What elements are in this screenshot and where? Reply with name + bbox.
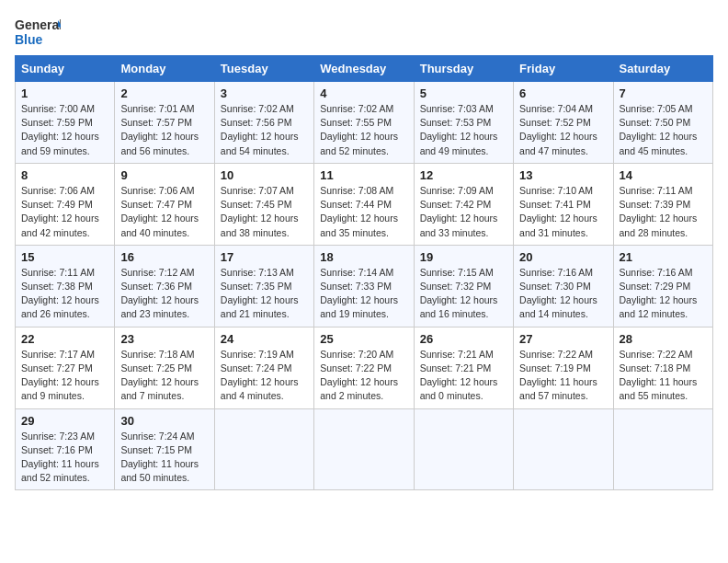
svg-text:Blue: Blue (15, 32, 43, 47)
calendar-cell: 12Sunrise: 7:09 AMSunset: 7:42 PMDayligh… (414, 163, 513, 245)
weekday-header-sunday: Sunday (16, 56, 115, 82)
day-number: 28 (620, 332, 707, 346)
day-number: 30 (120, 414, 208, 428)
day-number: 8 (21, 168, 108, 182)
page-header: General Blue (15, 15, 713, 48)
day-info: Sunrise: 7:12 AMSunset: 7:36 PMDaylight:… (120, 266, 208, 322)
day-info: Sunrise: 7:00 AMSunset: 7:59 PMDaylight:… (21, 102, 108, 158)
day-info: Sunrise: 7:16 AMSunset: 7:30 PMDaylight:… (519, 266, 607, 322)
weekday-header-thursday: Thursday (414, 56, 513, 82)
day-info: Sunrise: 7:03 AMSunset: 7:53 PMDaylight:… (420, 102, 507, 158)
calendar-cell: 29Sunrise: 7:23 AMSunset: 7:16 PMDayligh… (16, 408, 115, 490)
day-number: 21 (620, 250, 707, 264)
day-number: 19 (420, 250, 507, 264)
day-info: Sunrise: 7:02 AMSunset: 7:56 PMDaylight:… (221, 102, 308, 158)
day-number: 5 (420, 86, 507, 100)
calendar-cell: 26Sunrise: 7:21 AMSunset: 7:21 PMDayligh… (414, 327, 513, 408)
calendar-cell: 4Sunrise: 7:02 AMSunset: 7:55 PMDaylight… (314, 82, 414, 164)
day-info: Sunrise: 7:19 AMSunset: 7:24 PMDaylight:… (221, 348, 308, 404)
day-info: Sunrise: 7:20 AMSunset: 7:22 PMDaylight:… (320, 348, 407, 404)
calendar-cell: 21Sunrise: 7:16 AMSunset: 7:29 PMDayligh… (613, 245, 712, 327)
day-number: 6 (519, 86, 607, 100)
day-info: Sunrise: 7:15 AMSunset: 7:32 PMDaylight:… (420, 266, 507, 322)
day-info: Sunrise: 7:06 AMSunset: 7:47 PMDaylight:… (120, 184, 208, 240)
calendar-cell: 25Sunrise: 7:20 AMSunset: 7:22 PMDayligh… (314, 327, 414, 408)
calendar-cell: 3Sunrise: 7:02 AMSunset: 7:56 PMDaylight… (214, 82, 313, 164)
logo-icon: General Blue (15, 15, 61, 48)
day-info: Sunrise: 7:10 AMSunset: 7:41 PMDaylight:… (519, 184, 607, 240)
day-number: 14 (620, 168, 707, 182)
day-info: Sunrise: 7:05 AMSunset: 7:50 PMDaylight:… (620, 102, 707, 158)
weekday-header-wednesday: Wednesday (314, 56, 414, 82)
calendar-cell: 22Sunrise: 7:17 AMSunset: 7:27 PMDayligh… (16, 327, 115, 408)
calendar-cell: 5Sunrise: 7:03 AMSunset: 7:53 PMDaylight… (414, 82, 513, 164)
calendar-cell: 10Sunrise: 7:07 AMSunset: 7:45 PMDayligh… (214, 163, 313, 245)
day-info: Sunrise: 7:01 AMSunset: 7:57 PMDaylight:… (120, 102, 208, 158)
day-number: 23 (120, 332, 208, 346)
weekday-header-tuesday: Tuesday (214, 56, 313, 82)
calendar-cell (613, 408, 712, 490)
weekday-header-friday: Friday (514, 56, 613, 82)
calendar-cell: 27Sunrise: 7:22 AMSunset: 7:19 PMDayligh… (514, 327, 613, 408)
day-number: 18 (320, 250, 407, 264)
day-number: 9 (120, 168, 208, 182)
day-number: 27 (519, 332, 607, 346)
svg-text:General: General (15, 17, 61, 32)
calendar-cell (414, 408, 513, 490)
day-info: Sunrise: 7:02 AMSunset: 7:55 PMDaylight:… (320, 102, 407, 158)
day-info: Sunrise: 7:23 AMSunset: 7:16 PMDaylight:… (21, 430, 108, 486)
weekday-header-monday: Monday (115, 56, 214, 82)
calendar-cell: 14Sunrise: 7:11 AMSunset: 7:39 PMDayligh… (613, 163, 712, 245)
day-info: Sunrise: 7:04 AMSunset: 7:52 PMDaylight:… (519, 102, 607, 158)
calendar-cell (314, 408, 414, 490)
weekday-header-saturday: Saturday (613, 56, 712, 82)
calendar-cell: 7Sunrise: 7:05 AMSunset: 7:50 PMDaylight… (613, 82, 712, 164)
day-number: 29 (21, 414, 108, 428)
day-number: 10 (221, 168, 308, 182)
day-number: 11 (320, 168, 407, 182)
day-number: 3 (221, 86, 308, 100)
day-number: 7 (620, 86, 707, 100)
day-info: Sunrise: 7:13 AMSunset: 7:35 PMDaylight:… (221, 266, 308, 322)
day-info: Sunrise: 7:18 AMSunset: 7:25 PMDaylight:… (120, 348, 208, 404)
calendar-cell: 16Sunrise: 7:12 AMSunset: 7:36 PMDayligh… (115, 245, 214, 327)
calendar-cell: 1Sunrise: 7:00 AMSunset: 7:59 PMDaylight… (16, 82, 115, 164)
day-info: Sunrise: 7:22 AMSunset: 7:18 PMDaylight:… (620, 348, 707, 404)
day-number: 26 (420, 332, 507, 346)
day-number: 16 (120, 250, 208, 264)
day-info: Sunrise: 7:17 AMSunset: 7:27 PMDaylight:… (21, 348, 108, 404)
day-number: 4 (320, 86, 407, 100)
day-number: 12 (420, 168, 507, 182)
day-number: 15 (21, 250, 108, 264)
calendar-cell: 13Sunrise: 7:10 AMSunset: 7:41 PMDayligh… (514, 163, 613, 245)
calendar-cell: 17Sunrise: 7:13 AMSunset: 7:35 PMDayligh… (214, 245, 313, 327)
calendar-cell (514, 408, 613, 490)
calendar-cell: 2Sunrise: 7:01 AMSunset: 7:57 PMDaylight… (115, 82, 214, 164)
day-info: Sunrise: 7:07 AMSunset: 7:45 PMDaylight:… (221, 184, 308, 240)
day-info: Sunrise: 7:08 AMSunset: 7:44 PMDaylight:… (320, 184, 407, 240)
day-number: 22 (21, 332, 108, 346)
calendar-table: SundayMondayTuesdayWednesdayThursdayFrid… (15, 55, 713, 490)
day-number: 17 (221, 250, 308, 264)
day-info: Sunrise: 7:21 AMSunset: 7:21 PMDaylight:… (420, 348, 507, 404)
calendar-cell: 9Sunrise: 7:06 AMSunset: 7:47 PMDaylight… (115, 163, 214, 245)
calendar-cell: 6Sunrise: 7:04 AMSunset: 7:52 PMDaylight… (514, 82, 613, 164)
day-info: Sunrise: 7:11 AMSunset: 7:38 PMDaylight:… (21, 266, 108, 322)
day-info: Sunrise: 7:09 AMSunset: 7:42 PMDaylight:… (420, 184, 507, 240)
calendar-cell: 23Sunrise: 7:18 AMSunset: 7:25 PMDayligh… (115, 327, 214, 408)
day-info: Sunrise: 7:11 AMSunset: 7:39 PMDaylight:… (620, 184, 707, 240)
day-info: Sunrise: 7:24 AMSunset: 7:15 PMDaylight:… (120, 430, 208, 486)
day-info: Sunrise: 7:22 AMSunset: 7:19 PMDaylight:… (519, 348, 607, 404)
calendar-cell: 11Sunrise: 7:08 AMSunset: 7:44 PMDayligh… (314, 163, 414, 245)
day-number: 24 (221, 332, 308, 346)
calendar-cell: 28Sunrise: 7:22 AMSunset: 7:18 PMDayligh… (613, 327, 712, 408)
day-number: 25 (320, 332, 407, 346)
calendar-cell: 8Sunrise: 7:06 AMSunset: 7:49 PMDaylight… (16, 163, 115, 245)
calendar-cell (214, 408, 313, 490)
calendar-cell: 19Sunrise: 7:15 AMSunset: 7:32 PMDayligh… (414, 245, 513, 327)
calendar-cell: 30Sunrise: 7:24 AMSunset: 7:15 PMDayligh… (115, 408, 214, 490)
day-info: Sunrise: 7:14 AMSunset: 7:33 PMDaylight:… (320, 266, 407, 322)
calendar-cell: 15Sunrise: 7:11 AMSunset: 7:38 PMDayligh… (16, 245, 115, 327)
calendar-cell: 24Sunrise: 7:19 AMSunset: 7:24 PMDayligh… (214, 327, 313, 408)
day-number: 1 (21, 86, 108, 100)
